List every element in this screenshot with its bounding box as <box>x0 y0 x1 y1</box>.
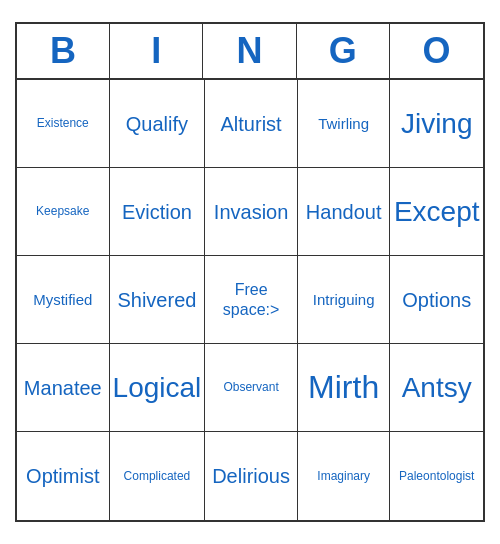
bingo-header: BINGO <box>17 24 483 80</box>
cell-4-4: Paleontologist <box>390 432 483 520</box>
cell-1-2: Invasion <box>205 168 298 256</box>
bingo-grid: ExistenceQualifyAlturistTwirlingJivingKe… <box>17 80 483 520</box>
header-letter: O <box>390 24 483 78</box>
cell-4-3: Imaginary <box>298 432 391 520</box>
cell-0-4: Jiving <box>390 80 483 168</box>
cell-3-0: Manatee <box>17 344 110 432</box>
cell-1-1: Eviction <box>110 168 206 256</box>
cell-2-3: Intriguing <box>298 256 391 344</box>
cell-1-0: Keepsake <box>17 168 110 256</box>
bingo-card: BINGO ExistenceQualifyAlturistTwirlingJi… <box>15 22 485 522</box>
cell-4-0: Optimist <box>17 432 110 520</box>
header-letter: B <box>17 24 110 78</box>
cell-3-4: Antsy <box>390 344 483 432</box>
cell-3-2: Observant <box>205 344 298 432</box>
cell-4-2: Delirious <box>205 432 298 520</box>
cell-0-2: Alturist <box>205 80 298 168</box>
cell-2-0: Mystified <box>17 256 110 344</box>
cell-0-1: Qualify <box>110 80 206 168</box>
cell-3-3: Mirth <box>298 344 391 432</box>
cell-2-2: Free space:> <box>205 256 298 344</box>
cell-2-1: Shivered <box>110 256 206 344</box>
cell-2-4: Options <box>390 256 483 344</box>
cell-0-0: Existence <box>17 80 110 168</box>
header-letter: G <box>297 24 390 78</box>
cell-1-4: Except <box>390 168 483 256</box>
cell-3-1: Logical <box>110 344 206 432</box>
header-letter: I <box>110 24 203 78</box>
cell-0-3: Twirling <box>298 80 391 168</box>
cell-4-1: Complicated <box>110 432 206 520</box>
header-letter: N <box>203 24 296 78</box>
cell-1-3: Handout <box>298 168 391 256</box>
